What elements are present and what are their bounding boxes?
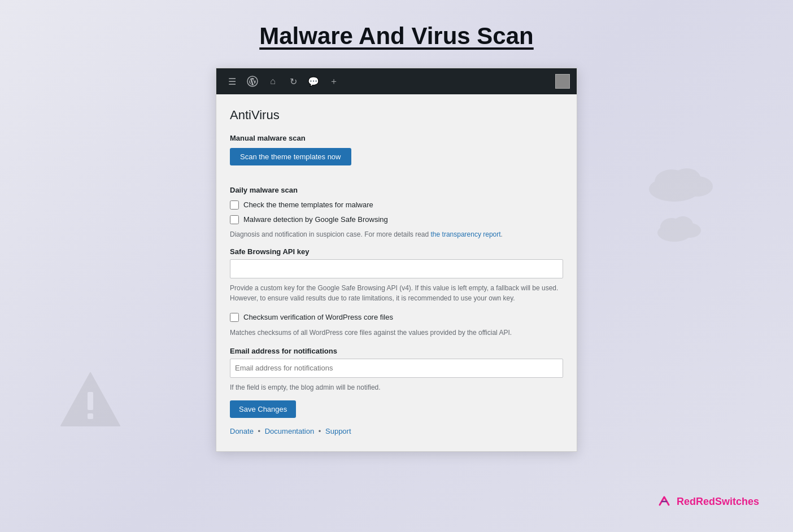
footer-sep-2: • (319, 427, 321, 435)
svg-point-6 (681, 176, 713, 197)
plus-icon[interactable]: ＋ (325, 72, 343, 90)
page-title: Malware And Virus Scan (259, 23, 534, 50)
save-changes-button[interactable]: Save Changes (230, 400, 296, 418)
svg-point-10 (678, 223, 701, 238)
footer-sep-1: • (258, 427, 261, 435)
antivirus-heading: AntiVirus (230, 108, 563, 123)
checkbox-checksum[interactable] (230, 313, 239, 322)
daily-scan-section: Daily malware scan Check the theme templ… (230, 186, 563, 338)
checkbox-safebrowsing-label[interactable]: Malware detection by Google Safe Browsin… (243, 215, 388, 225)
manual-scan-section: Manual malware scan Scan the theme templ… (230, 134, 563, 177)
documentation-link[interactable]: Documentation (265, 427, 314, 435)
home-icon[interactable]: ⌂ (264, 72, 282, 90)
svg-rect-2 (88, 413, 93, 419)
comment-icon[interactable]: 💬 (304, 72, 323, 90)
wordpress-icon[interactable] (243, 72, 262, 90)
refresh-icon[interactable]: ↻ (284, 72, 302, 90)
deco-cloud-small-icon (655, 209, 705, 243)
donate-link[interactable]: Donate (230, 427, 254, 435)
email-label: Email address for notifications (230, 347, 563, 355)
deco-warning-icon (56, 368, 124, 430)
support-link[interactable]: Support (325, 427, 351, 435)
transparency-report-link[interactable]: the transparency report (431, 230, 501, 238)
email-section: Email address for notifications If the f… (230, 347, 563, 393)
api-hint-text: Provide a custom key for the Google Safe… (230, 283, 563, 303)
email-input[interactable] (230, 359, 563, 378)
checksum-hint: Matches checksums of all WordPress core … (230, 328, 563, 338)
checkbox-safebrowsing-row: Malware detection by Google Safe Browsin… (230, 215, 563, 225)
wp-admin-container: ☰ ⌂ ↻ 💬 ＋ AntiVirus Manual malware scan … (216, 68, 577, 452)
checkbox-safebrowsing[interactable] (230, 215, 239, 224)
hamburger-icon[interactable]: ☰ (223, 72, 241, 90)
scan-templates-button[interactable]: Scan the theme templates now (230, 148, 351, 165)
admin-bar: ☰ ⌂ ↻ 💬 ＋ (216, 68, 577, 94)
safe-browsing-hint: Diagnosis and notification in suspicion … (230, 229, 563, 239)
email-hint: If the field is empty, the blog admin wi… (230, 382, 563, 393)
api-key-input[interactable] (230, 259, 563, 278)
checkbox-templates-label[interactable]: Check the theme templates for malware (243, 200, 373, 210)
checkbox-checksum-label[interactable]: Checksum verification of WordPress core … (243, 312, 393, 322)
api-key-label: Safe Browsing API key (230, 247, 563, 256)
checkbox-templates[interactable] (230, 200, 239, 210)
svg-rect-1 (88, 392, 93, 410)
deco-cloud-large-icon (646, 158, 720, 203)
redswitches-icon (656, 494, 672, 509)
brand-container: RedRedSwitches (656, 494, 759, 509)
daily-scan-label: Daily malware scan (230, 186, 563, 194)
brand-name: RedRedSwitches (677, 496, 759, 508)
avatar[interactable] (555, 74, 570, 89)
checkbox-templates-row: Check the theme templates for malware (230, 200, 563, 210)
footer-links: Donate • Documentation • Support (230, 427, 563, 435)
checkbox-checksum-row: Checksum verification of WordPress core … (230, 312, 563, 322)
brand-highlight: Red (677, 496, 696, 507)
wp-content-area: AntiVirus Manual malware scan Scan the t… (216, 94, 577, 451)
manual-scan-label: Manual malware scan (230, 134, 563, 142)
